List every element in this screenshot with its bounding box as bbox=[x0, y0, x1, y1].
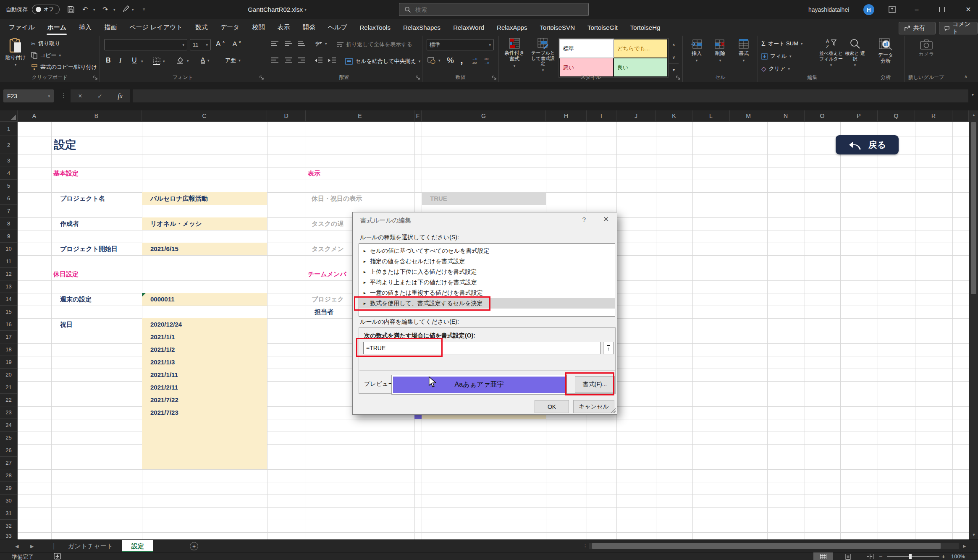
row-header-30[interactable]: 30 bbox=[0, 495, 18, 507]
zoom-level[interactable]: 100% bbox=[951, 553, 965, 560]
row-header-9[interactable]: 9 bbox=[0, 230, 18, 243]
sheet-tab-設定[interactable]: 設定 bbox=[122, 540, 153, 552]
cell-text-B4[interactable]: 基本設定 bbox=[53, 167, 253, 180]
column-header-Q[interactable]: Q bbox=[878, 110, 915, 122]
sheet-next-icon[interactable]: ▶ bbox=[30, 540, 34, 552]
autosave-toggle[interactable]: オフ bbox=[32, 5, 60, 14]
row-header-2[interactable]: 2 bbox=[0, 136, 18, 154]
ribbon-tab-ページ レイアウト[interactable]: ページ レイアウト bbox=[123, 19, 189, 36]
normal-view-icon[interactable] bbox=[813, 552, 833, 560]
page-layout-view-icon[interactable] bbox=[838, 552, 857, 560]
row-header-13[interactable]: 13 bbox=[0, 280, 18, 293]
orientation-button[interactable]: ab▾ bbox=[315, 40, 327, 47]
row-header-18[interactable]: 18 bbox=[0, 343, 18, 356]
comma-style-icon[interactable]: , bbox=[460, 54, 463, 66]
row-header-16[interactable]: 16 bbox=[0, 318, 18, 331]
clipboard-dialog-launcher-icon[interactable] bbox=[93, 76, 98, 80]
back-button[interactable]: 戻る bbox=[836, 135, 899, 154]
qat-overflow-icon[interactable]: ▿ bbox=[143, 7, 145, 12]
ribbon-tab-ホーム[interactable]: ホーム bbox=[41, 19, 73, 36]
column-header-N[interactable]: N bbox=[767, 110, 805, 122]
row-header-10[interactable]: 10 bbox=[0, 243, 18, 255]
row-header-26[interactable]: 26 bbox=[0, 444, 18, 457]
ribbon-tab-数式[interactable]: 数式 bbox=[189, 19, 214, 36]
ribbon-tab-校閲[interactable]: 校閲 bbox=[246, 19, 271, 36]
autosum-button[interactable]: Σオート SUM▾ bbox=[761, 40, 803, 47]
cell-text-B12[interactable]: 休日設定 bbox=[53, 268, 253, 280]
conditional-formatting-button[interactable]: 条件付き書式▾ bbox=[501, 38, 527, 68]
ribbon-tab-RelaxShapes[interactable]: RelaxShapes bbox=[397, 19, 447, 36]
hscroll-right-icon[interactable]: ▶ bbox=[961, 543, 968, 549]
ribbon-tab-ファイル[interactable]: ファイル bbox=[3, 19, 41, 36]
fill-button[interactable]: フィル▾ bbox=[761, 52, 791, 60]
dialog-close-button[interactable]: ✕ bbox=[599, 215, 613, 226]
row-header-25[interactable]: 25 bbox=[0, 432, 18, 444]
font-name-combo[interactable]: ▾ bbox=[104, 39, 187, 50]
decrease-indent-icon[interactable] bbox=[315, 58, 323, 63]
row-header-6[interactable]: 6 bbox=[0, 192, 18, 205]
styles-dialog-launcher-icon[interactable] bbox=[676, 76, 681, 80]
tab-scroll-split-icon[interactable]: ⋮ bbox=[583, 540, 587, 552]
cancel-button[interactable]: キャンセル bbox=[573, 400, 614, 413]
increase-decimal-icon[interactable]: ←0.00 bbox=[472, 57, 481, 64]
undo-icon[interactable]: ↶ bbox=[82, 5, 88, 13]
search-bar[interactable] bbox=[399, 3, 589, 16]
minimize-button[interactable]: – bbox=[907, 0, 926, 19]
insert-function-icon[interactable]: fx bbox=[118, 92, 123, 100]
underline-chevron-icon[interactable]: ▾ bbox=[141, 59, 143, 63]
row-header-12[interactable]: 12 bbox=[0, 268, 18, 280]
fill-color-button[interactable]: ▾ bbox=[176, 57, 189, 65]
number-dialog-launcher-icon[interactable] bbox=[492, 76, 497, 80]
row-header-22[interactable]: 22 bbox=[0, 394, 18, 406]
pen-chevron-icon[interactable]: ▾ bbox=[132, 8, 134, 12]
ribbon-tab-開発[interactable]: 開発 bbox=[296, 19, 321, 36]
column-header-C[interactable]: C bbox=[142, 110, 267, 122]
row-header-17[interactable]: 17 bbox=[0, 331, 18, 343]
row-header-20[interactable]: 20 bbox=[0, 369, 18, 381]
zoom-in-icon[interactable]: + bbox=[941, 553, 945, 560]
close-button[interactable]: ✕ bbox=[959, 0, 978, 19]
format-as-table-button[interactable]: テーブルとして書式設定▾ bbox=[529, 38, 557, 72]
row-header-7[interactable]: 7 bbox=[0, 205, 18, 217]
comments-button[interactable]: コメント bbox=[939, 22, 978, 34]
font-dialog-launcher-icon[interactable] bbox=[260, 76, 264, 80]
column-header-O[interactable]: O bbox=[805, 110, 840, 122]
vertical-scroll-thumb[interactable] bbox=[971, 122, 976, 294]
rule-type-item-1[interactable]: ►指定の値を含むセルだけを書式設定 bbox=[359, 256, 615, 267]
cell-text-E4[interactable]: 表示 bbox=[308, 167, 547, 180]
column-header-G[interactable]: G bbox=[422, 110, 546, 122]
align-left-icon[interactable] bbox=[271, 58, 278, 63]
scroll-down-icon[interactable]: ▼ bbox=[969, 530, 978, 539]
row-header-14[interactable]: 14 bbox=[0, 293, 18, 306]
collapse-dialog-button[interactable]: ↑ bbox=[603, 342, 614, 354]
ribbon-tab-描画[interactable]: 描画 bbox=[98, 19, 123, 36]
align-middle-icon[interactable] bbox=[285, 41, 292, 47]
cut-button[interactable]: ✂切り取り bbox=[31, 40, 60, 47]
row-header-21[interactable]: 21 bbox=[0, 381, 18, 394]
increase-indent-icon[interactable] bbox=[328, 58, 336, 63]
pen-icon[interactable] bbox=[123, 5, 129, 12]
cell-C25[interactable] bbox=[142, 432, 267, 444]
row-header-24[interactable]: 24 bbox=[0, 419, 18, 432]
format-painter-button[interactable]: 書式のコピー/貼り付け bbox=[31, 63, 97, 71]
zoom-out-icon[interactable]: − bbox=[879, 553, 883, 560]
clear-button[interactable]: ◇クリア▾ bbox=[761, 65, 790, 73]
decrease-font-icon[interactable]: A∨ bbox=[233, 40, 241, 47]
column-header-H[interactable]: H bbox=[546, 110, 587, 122]
column-header-R[interactable]: R bbox=[915, 110, 952, 122]
phonetic-button[interactable]: ア亜▾ bbox=[225, 57, 241, 64]
paste-button[interactable]: 貼り付け▾ bbox=[3, 38, 28, 67]
scroll-up-icon[interactable]: ▲ bbox=[969, 110, 978, 120]
redo-chevron-icon[interactable]: ▾ bbox=[113, 8, 115, 12]
font-size-combo[interactable]: 11▾ bbox=[190, 39, 211, 50]
ribbon-tab-RelaxTools[interactable]: RelaxTools bbox=[354, 19, 397, 36]
merge-center-button[interactable]: セルを結合して中央揃え▾ bbox=[345, 58, 420, 65]
decrease-decimal-icon[interactable]: .00→0 bbox=[484, 57, 493, 64]
column-header-B[interactable]: B bbox=[51, 110, 142, 122]
rule-type-item-3[interactable]: ►平均より上または下の値だけを書式設定 bbox=[359, 277, 615, 288]
wrap-text-button[interactable]: 折り返して全体を表示する bbox=[337, 41, 412, 48]
row-header-11[interactable]: 11 bbox=[0, 255, 18, 268]
ribbon-tab-RelaxApps[interactable]: RelaxApps bbox=[490, 19, 534, 36]
vertical-scrollbar[interactable]: ▲ ▼ bbox=[969, 110, 978, 539]
maximize-button[interactable] bbox=[932, 0, 952, 19]
